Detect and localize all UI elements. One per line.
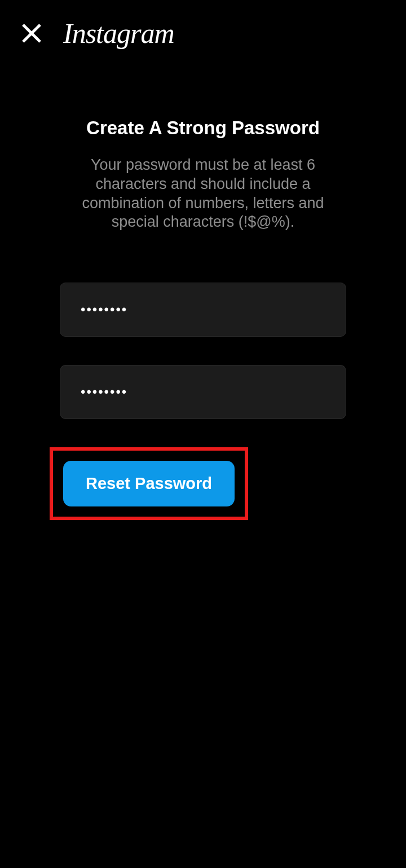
app-logo: Instagram bbox=[63, 17, 174, 50]
header-bar: Instagram bbox=[0, 0, 406, 67]
new-password-input[interactable] bbox=[60, 283, 346, 337]
reset-password-button[interactable]: Reset Password bbox=[63, 461, 235, 506]
page-title: Create A Strong Password bbox=[39, 117, 367, 139]
highlight-annotation: Reset Password bbox=[50, 447, 248, 520]
password-form: Reset Password bbox=[39, 283, 367, 520]
confirm-password-input[interactable] bbox=[60, 365, 346, 419]
main-content: Create A Strong Password Your password m… bbox=[0, 67, 406, 520]
password-requirements-text: Your password must be at least 6 charact… bbox=[39, 156, 367, 232]
close-icon[interactable] bbox=[20, 22, 43, 45]
